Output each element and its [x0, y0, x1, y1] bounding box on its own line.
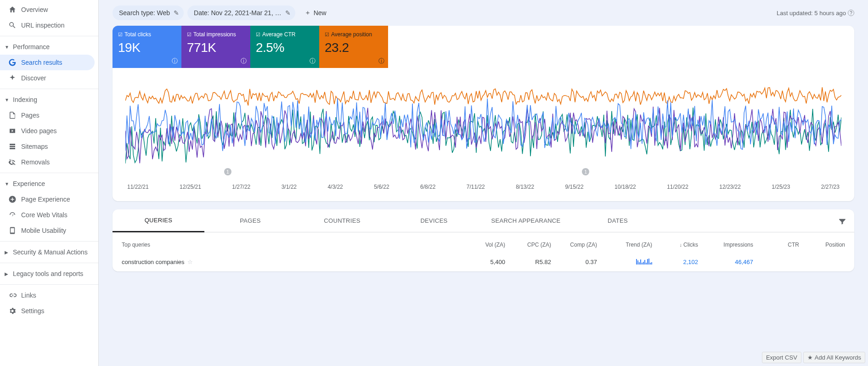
col-position[interactable]: Position — [799, 242, 845, 248]
section-legacy[interactable]: ▶ Legacy tools and reports — [0, 266, 98, 282]
section-label: Indexing — [13, 96, 37, 103]
star-icon[interactable]: ☆ — [187, 259, 193, 265]
nav-settings[interactable]: Settings — [0, 303, 95, 319]
topbar: Search type: Web ✎ Date: Nov 22, 2021-Ma… — [113, 0, 854, 26]
nav-discover[interactable]: Discover — [0, 70, 95, 86]
table-header: Top queries Vol (ZA) CPC (ZA) Comp (ZA) … — [113, 232, 854, 253]
x-tick: 2/27/23 — [821, 184, 840, 190]
x-tick: 4/3/22 — [327, 184, 343, 190]
tab-search-appearance[interactable]: SEARCH APPEARANCE — [480, 210, 572, 231]
nav-sitemaps[interactable]: Sitemaps — [0, 139, 95, 154]
col-cpc[interactable]: CPC (ZA) — [505, 242, 551, 248]
section-indexing[interactable]: ▼ Indexing — [0, 92, 98, 107]
section-label: Legacy tools and reports — [13, 270, 83, 277]
metric-average-position[interactable]: ☑Average position 23.2 ⓘ — [319, 26, 388, 68]
nav-label: Mobile Usability — [21, 227, 66, 234]
col-clicks[interactable]: ↓ Clicks — [652, 242, 698, 248]
metric-label: Average position — [331, 31, 372, 38]
new-label: New — [314, 9, 327, 17]
metric-label: Average CTR — [262, 31, 295, 38]
x-tick: 1/25/23 — [772, 184, 790, 190]
col-impressions[interactable]: Impressions — [698, 242, 753, 248]
tab-queries[interactable]: QUERIES — [113, 209, 204, 232]
query-text: construction companies — [122, 259, 185, 265]
chip-date-range[interactable]: Date: Nov 22, 2021-Mar 21, … ✎ — [187, 6, 295, 20]
nav-mobile-usability[interactable]: Mobile Usability — [0, 223, 95, 238]
chart-area: 11 11/22/2112/25/211/27/223/1/224/3/225/… — [113, 68, 854, 201]
main-content: Search type: Web ✎ Date: Nov 22, 2021-Ma… — [99, 0, 868, 366]
x-tick: 6/8/22 — [420, 184, 435, 190]
nav-page-experience[interactable]: Page Experience — [0, 191, 95, 207]
help-icon[interactable]: ⓘ — [310, 57, 316, 65]
col-comp[interactable]: Comp (ZA) — [551, 242, 597, 248]
x-tick: 10/18/22 — [614, 184, 636, 190]
x-tick: 11/20/22 — [667, 184, 688, 190]
chart-markers: 11 — [125, 168, 841, 175]
export-csv-button[interactable]: Export CSV — [762, 352, 801, 363]
nav-video-pages[interactable]: Video pages — [0, 123, 95, 139]
tab-countries[interactable]: COUNTRIES — [296, 210, 388, 231]
search-icon — [8, 21, 21, 29]
nav-label: Video pages — [21, 127, 57, 135]
metric-total-impressions[interactable]: ☑Total impressions 771K ⓘ — [181, 26, 250, 68]
help-icon[interactable]: ⓘ — [172, 57, 178, 65]
col-ctr[interactable]: CTR — [753, 242, 799, 248]
nav-label: Sitemaps — [21, 143, 48, 150]
table-row[interactable]: construction companies☆ 5,400 R5.82 0.37… — [113, 253, 854, 271]
cell-vol: 5,400 — [459, 259, 505, 265]
section-experience[interactable]: ▼ Experience — [0, 176, 98, 191]
nav-label: Removals — [21, 158, 50, 166]
new-filter-button[interactable]: ＋ New — [299, 6, 332, 20]
chip-search-type[interactable]: Search type: Web ✎ — [113, 6, 184, 20]
chart-marker[interactable]: 1 — [582, 168, 589, 175]
metric-label: Total impressions — [193, 31, 236, 38]
add-all-keywords-button[interactable]: ★ Add All Keywords — [803, 352, 865, 363]
nav-links[interactable]: Links — [0, 287, 95, 303]
divider — [0, 241, 98, 242]
chart-marker[interactable]: 1 — [224, 168, 231, 175]
x-tick: 1/27/22 — [232, 184, 250, 190]
metric-value: 19K — [118, 40, 176, 55]
tab-devices[interactable]: DEVICES — [388, 210, 480, 231]
performance-chart — [125, 76, 841, 168]
col-vol[interactable]: Vol (ZA) — [459, 242, 505, 248]
chevron-down-icon: ▼ — [5, 97, 13, 102]
table-body: construction companies☆ 5,400 R5.82 0.37… — [113, 253, 854, 271]
cell-clicks[interactable]: 2,102 — [652, 259, 698, 265]
nav-label: Search results — [21, 59, 62, 66]
help-icon[interactable]: ⓘ — [241, 57, 247, 65]
metric-value: 771K — [187, 40, 245, 55]
nav-removals[interactable]: Removals — [0, 154, 95, 170]
x-tick: 12/25/21 — [180, 184, 201, 190]
nav-label: Discover — [21, 74, 46, 82]
nav-label: Settings — [21, 307, 45, 315]
gear-icon — [8, 307, 21, 315]
section-performance[interactable]: ▼ Performance — [0, 39, 98, 55]
nav-search-results[interactable]: Search results — [0, 55, 95, 70]
tab-pages[interactable]: PAGES — [204, 210, 296, 231]
cell-impressions[interactable]: 46,467 — [698, 259, 753, 265]
nav-overview[interactable]: Overview — [0, 2, 95, 17]
filter-button[interactable] — [835, 214, 850, 229]
cell-cpc: R5.82 — [505, 259, 551, 265]
pages-icon — [8, 111, 21, 119]
sitemap-icon — [8, 142, 21, 151]
divider — [0, 263, 98, 263]
chevron-down-icon: ▼ — [5, 45, 13, 50]
nav-url-inspection[interactable]: URL inspection — [0, 17, 95, 33]
help-icon[interactable]: ? — [848, 10, 854, 16]
section-security[interactable]: ▶ Security & Manual Actions — [0, 244, 98, 260]
nav-pages[interactable]: Pages — [0, 107, 95, 123]
nav-label: Core Web Vitals — [21, 211, 68, 219]
metric-total-clicks[interactable]: ☑Total clicks 19K ⓘ — [113, 26, 181, 68]
metric-average-ctr[interactable]: ☑Average CTR 2.5% ⓘ — [250, 26, 319, 68]
col-trend[interactable]: Trend (ZA) — [597, 242, 652, 248]
extension-actions: Export CSV ★ Add All Keywords — [762, 352, 865, 363]
nav-label: Overview — [21, 6, 48, 13]
tab-dates[interactable]: DATES — [572, 210, 664, 231]
divider — [0, 36, 98, 36]
pencil-icon: ✎ — [174, 9, 179, 17]
links-icon — [8, 291, 21, 299]
nav-core-web-vitals[interactable]: Core Web Vitals — [0, 207, 95, 223]
help-icon[interactable]: ⓘ — [378, 57, 384, 65]
